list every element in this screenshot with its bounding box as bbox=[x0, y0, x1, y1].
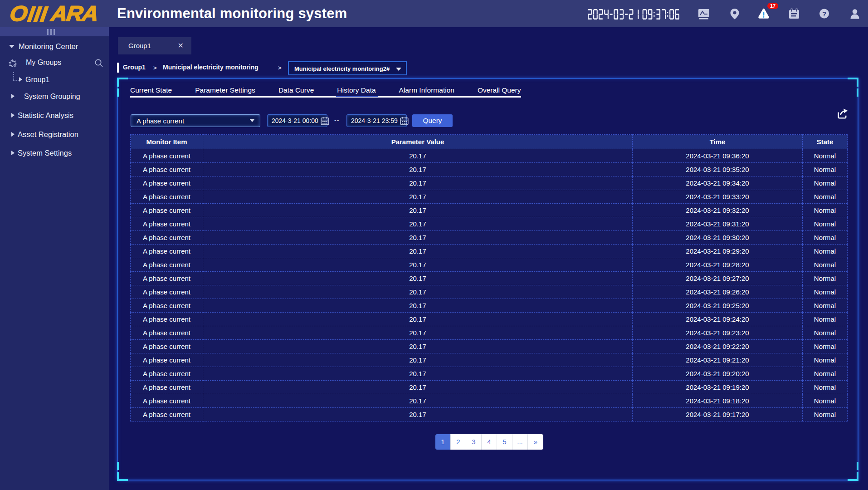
svg-text:17: 17 bbox=[770, 3, 775, 9]
svg-text:?: ? bbox=[822, 10, 826, 18]
